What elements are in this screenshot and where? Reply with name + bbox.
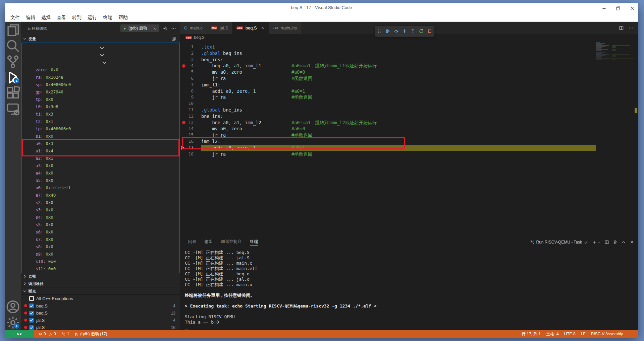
tools-status[interactable]: 1: [61, 332, 69, 336]
activity-search-icon[interactable]: [5, 38, 21, 54]
panel-tab-问题[interactable]: 问题: [188, 239, 197, 246]
register-t2[interactable]: t2: 0x1: [22, 118, 179, 125]
variables-section-header[interactable]: 变量: [21, 35, 180, 43]
step-out-button[interactable]: [410, 28, 416, 35]
activity-settings-icon[interactable]: 1: [5, 315, 21, 330]
problems-status[interactable]: ⊘0 △0: [39, 332, 56, 336]
checkbox-unchecked[interactable]: [29, 296, 34, 301]
tab-main.ins[interactable]: TeXmain.ins: [269, 22, 302, 34]
cursor-position-status[interactable]: 行 17, 列 1: [522, 331, 541, 337]
register-a4[interactable]: a4: 0x0: [22, 169, 179, 177]
register-s10[interactable]: s10: 0x0: [22, 258, 179, 265]
call-stack-section-header[interactable]: 调用堆栈: [21, 280, 180, 287]
remote-indicator[interactable]: ><: [5, 330, 34, 338]
code-line-4[interactable]: 4 beq a0, a1, imm_l1#a0==a1，跳转到imm_l1地址处…: [180, 63, 638, 69]
register-a3[interactable]: a3: 0x0: [22, 162, 179, 169]
more-actions-icon[interactable]: [629, 25, 634, 30]
tree-item-cpu[interactable]: CPU: [22, 59, 179, 66]
code-line-6[interactable]: 6 jr ra#函数返回: [180, 75, 638, 82]
code-line-2[interactable]: 2.global beq_ins: [180, 50, 638, 57]
terminal-output[interactable]: CC -[M] 正在构建 ... beq.SCC -[M] 正在构建 ... j…: [185, 250, 632, 330]
register-s8[interactable]: s8: 0x0: [22, 243, 179, 251]
checkbox-checked[interactable]: [29, 303, 34, 308]
toolbar-drag-handle[interactable]: [376, 28, 383, 35]
step-over-button[interactable]: [393, 28, 399, 35]
close-button[interactable]: [630, 6, 635, 11]
register-tp[interactable]: tp: 0x0: [22, 96, 179, 103]
stop-button[interactable]: [426, 28, 433, 35]
menu-item-4[interactable]: 转到: [69, 14, 85, 21]
activity-remote-explorer-icon[interactable]: [5, 101, 21, 117]
minimap[interactable]: [596, 43, 634, 61]
debug-session-status[interactable]: (gdb) 启动 (17): [74, 331, 107, 337]
checkbox-checked[interactable]: [29, 318, 34, 323]
exceptions-breakpoint-row[interactable]: All C++ Exceptions: [21, 295, 180, 302]
step-into-button[interactable]: [401, 28, 408, 35]
indentation-status[interactable]: 空格: 4: [546, 331, 558, 337]
code-line-11[interactable]: 11.global bne_ins: [180, 107, 638, 113]
menu-item-0[interactable]: 文件: [7, 14, 23, 21]
encoding-status[interactable]: UTF-8: [564, 332, 576, 336]
breakpoint-row-beq.S-13[interactable]: beq.S13: [21, 310, 180, 317]
register-s6[interactable]: s6: 0x0: [22, 228, 179, 236]
breakpoint-row-beq.S-4[interactable]: beq.S4: [21, 302, 180, 310]
maximize-panel-button[interactable]: [621, 240, 626, 245]
register-t1[interactable]: t1: 0x3: [22, 111, 179, 118]
language-mode-status[interactable]: RISC-V Assembly: [591, 332, 623, 336]
checkbox-checked[interactable]: [29, 311, 34, 316]
variables-tree[interactable]: LocalsRegistersCPUzero: 0x0ra: 0x10248sp…: [21, 43, 180, 273]
launch-config-dropdown[interactable]: (gdb) 启动: [120, 24, 159, 32]
menu-item-6[interactable]: 终端: [100, 14, 115, 21]
checkbox-checked[interactable]: [29, 325, 34, 330]
breakpoints-section-header[interactable]: 断点: [21, 287, 180, 295]
continue-button[interactable]: [384, 28, 391, 35]
register-gp[interactable]: gp: 0x27940: [22, 88, 179, 96]
menu-item-7[interactable]: 帮助: [115, 14, 131, 21]
code-line-1[interactable]: 1.text: [180, 44, 638, 50]
menu-item-1[interactable]: 编辑: [23, 14, 38, 21]
register-s11[interactable]: s11: 0x0: [22, 265, 179, 273]
menu-item-3[interactable]: 查看: [54, 14, 69, 21]
collapse-panel-icon[interactable]: [171, 37, 176, 41]
panel-tab-调试控制台[interactable]: 调试控制台: [221, 239, 242, 246]
new-terminal-button[interactable]: [592, 240, 601, 245]
split-editor-icon[interactable]: [619, 25, 624, 30]
register-s4[interactable]: s4: 0x0: [22, 214, 179, 221]
register-s7[interactable]: s7: 0x0: [22, 236, 179, 243]
breakpoint-row-jal.S-16[interactable]: jal.S16: [21, 324, 180, 331]
activity-explorer-icon[interactable]: [5, 22, 21, 38]
more-actions-icon[interactable]: [171, 26, 176, 31]
breakpoint-row-jal.S-4[interactable]: jal.S4: [21, 317, 180, 324]
register-fp[interactable]: fp: 0x408006e0: [22, 125, 179, 133]
tab-beq.S[interactable]: ASMbeq.S: [232, 22, 269, 34]
terminal-task-label[interactable]: Run RISCV-QEMU - Task: [536, 240, 582, 245]
code-line-14[interactable]: 14 mv a0, zero#a0=0: [180, 126, 638, 132]
register-s9[interactable]: s9: 0x0: [22, 251, 179, 258]
code-line-18[interactable]: 18 jr ra#函数返回: [180, 151, 638, 157]
close-tab-icon[interactable]: [261, 26, 265, 30]
register-a5[interactable]: a5: 0x0: [22, 177, 179, 184]
register-s5[interactable]: s5: 0x0: [22, 221, 179, 228]
maximize-button[interactable]: [615, 6, 621, 11]
split-terminal-button[interactable]: [604, 240, 609, 245]
register-a6[interactable]: a6: 0xfefefeff: [22, 184, 179, 192]
register-ra[interactable]: ra: 0x10248: [22, 74, 179, 81]
panel-tab-输出[interactable]: 输出: [205, 239, 213, 246]
activity-account-icon[interactable]: [5, 299, 21, 315]
activity-extensions-icon[interactable]: [5, 85, 21, 101]
gear-icon[interactable]: [163, 26, 168, 31]
code-line-12[interactable]: 12bne_ins:: [180, 113, 638, 120]
close-panel-button[interactable]: [630, 240, 634, 245]
register-s2[interactable]: s2: 0x0: [22, 199, 179, 206]
kill-terminal-button[interactable]: [613, 240, 618, 245]
activity-run-and-debug-icon[interactable]: 1: [5, 70, 21, 85]
menu-item-5[interactable]: 运行: [85, 14, 100, 21]
code-editor[interactable]: 1.text2.global beq_ins3beq_ins:4 beq a0,…: [180, 41, 638, 237]
code-line-9[interactable]: 9 jr ra#函数返回: [180, 94, 638, 100]
register-sp[interactable]: sp: 0x408006c0: [22, 81, 179, 88]
title-bar[interactable]: beq.S - 17 - Visual Studio Code: [5, 3, 638, 13]
activity-source-control-icon[interactable]: [5, 54, 21, 69]
start-debug-icon[interactable]: [122, 26, 127, 30]
eol-status[interactable]: LF: [581, 332, 586, 336]
watch-section-header[interactable]: 监视: [21, 273, 180, 280]
